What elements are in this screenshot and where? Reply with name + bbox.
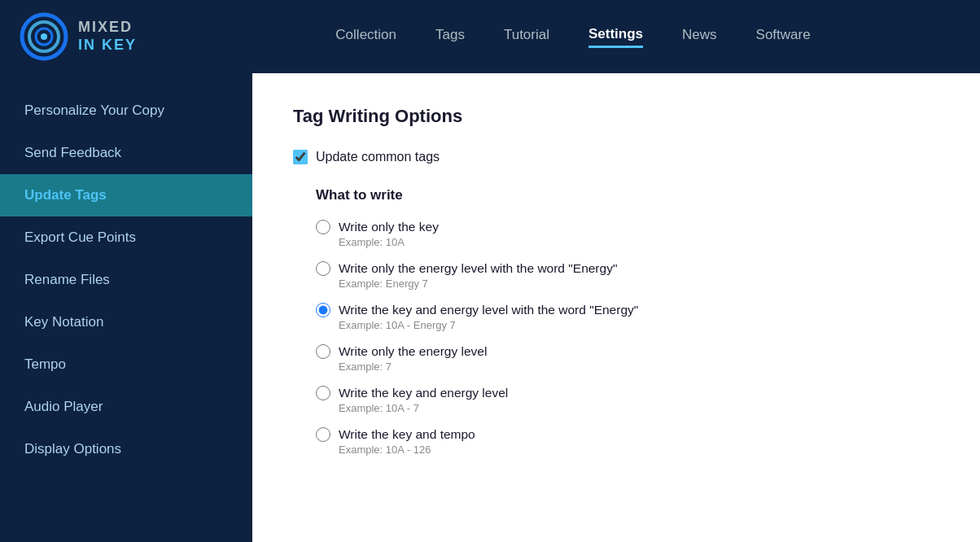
body: Personalize Your Copy Send Feedback Upda… — [0, 73, 980, 542]
update-common-tags-label: Update common tags — [316, 150, 440, 164]
sidebar-item-update-tags[interactable]: Update Tags — [0, 174, 252, 216]
radio-energy-word[interactable] — [316, 261, 330, 276]
radio-example-key-tempo: Example: 10A - 126 — [339, 444, 939, 456]
sidebar-item-key-notation[interactable]: Key Notation — [0, 301, 252, 343]
radio-option-key-tempo: Write the key and tempo Example: 10A - 1… — [316, 427, 939, 456]
sidebar-item-tempo[interactable]: Tempo — [0, 343, 252, 386]
sidebar-item-export-cue[interactable]: Export Cue Points — [0, 216, 252, 259]
radio-option-key-energy-word: Write the key and energy level with the … — [316, 303, 939, 331]
nav-tutorial[interactable]: Tutorial — [504, 27, 549, 46]
sidebar-item-rename-files[interactable]: Rename Files — [0, 259, 252, 301]
radio-label-energy-only: Write only the energy level — [339, 344, 487, 359]
logo-text: MIXED IN KEY — [78, 19, 137, 54]
radio-label-write-key-only: Write only the key — [339, 220, 439, 234]
logo-icon — [20, 12, 68, 61]
radio-label-key-energy: Write the key and energy level — [339, 386, 508, 400]
nav-news[interactable]: News — [682, 27, 717, 46]
logo-inkey: IN KEY — [78, 37, 137, 55]
radio-option-write-key-only: Write only the key Example: 10A — [316, 220, 939, 248]
sidebar: Personalize Your Copy Send Feedback Upda… — [0, 73, 252, 542]
radio-option-energy-only: Write only the energy level Example: 7 — [316, 344, 939, 373]
update-common-tags-checkbox[interactable] — [293, 150, 308, 164]
logo: MIXED IN KEY — [20, 12, 137, 61]
main-nav: Collection Tags Tutorial Settings News S… — [186, 26, 960, 48]
sidebar-item-audio-player[interactable]: Audio Player — [0, 386, 252, 428]
radio-example-key-energy: Example: 10A - 7 — [339, 402, 939, 414]
header: MIXED IN KEY Collection Tags Tutorial Se… — [0, 0, 980, 73]
radio-key-energy-word[interactable] — [316, 303, 330, 317]
radio-key-energy[interactable] — [316, 386, 330, 400]
radio-write-key-only[interactable] — [316, 220, 330, 234]
nav-settings[interactable]: Settings — [588, 26, 643, 48]
radio-option-key-energy: Write the key and energy level Example: … — [316, 386, 939, 414]
radio-label-key-energy-word: Write the key and energy level with the … — [339, 303, 638, 317]
radio-key-tempo[interactable] — [316, 427, 330, 442]
radio-example-key-energy-word: Example: 10A - Energy 7 — [339, 319, 939, 331]
nav-software[interactable]: Software — [756, 27, 811, 46]
radio-option-energy-word: Write only the energy level with the wor… — [316, 261, 939, 290]
nav-collection[interactable]: Collection — [335, 27, 396, 46]
logo-mixed: MIXED — [78, 19, 137, 37]
radio-example-write-key-only: Example: 10A — [339, 236, 939, 248]
update-common-tags-row: Update common tags — [293, 150, 939, 164]
radio-energy-only[interactable] — [316, 344, 330, 359]
sidebar-item-feedback[interactable]: Send Feedback — [0, 132, 252, 174]
nav-tags[interactable]: Tags — [435, 27, 465, 46]
sidebar-item-display-options[interactable]: Display Options — [0, 428, 252, 470]
radio-example-energy-word: Example: Energy 7 — [339, 278, 939, 290]
what-to-write-title: What to write — [316, 187, 939, 203]
main-content: Tag Writing Options Update common tags W… — [252, 73, 980, 542]
radio-label-energy-word: Write only the energy level with the wor… — [339, 261, 617, 276]
radio-example-energy-only: Example: 7 — [339, 361, 939, 373]
section-title: Tag Writing Options — [293, 106, 939, 127]
sidebar-item-personalize[interactable]: Personalize Your Copy — [0, 90, 252, 132]
radio-group: Write only the key Example: 10A Write on… — [316, 220, 939, 469]
svg-point-3 — [41, 33, 47, 40]
radio-label-key-tempo: Write the key and tempo — [339, 427, 475, 442]
